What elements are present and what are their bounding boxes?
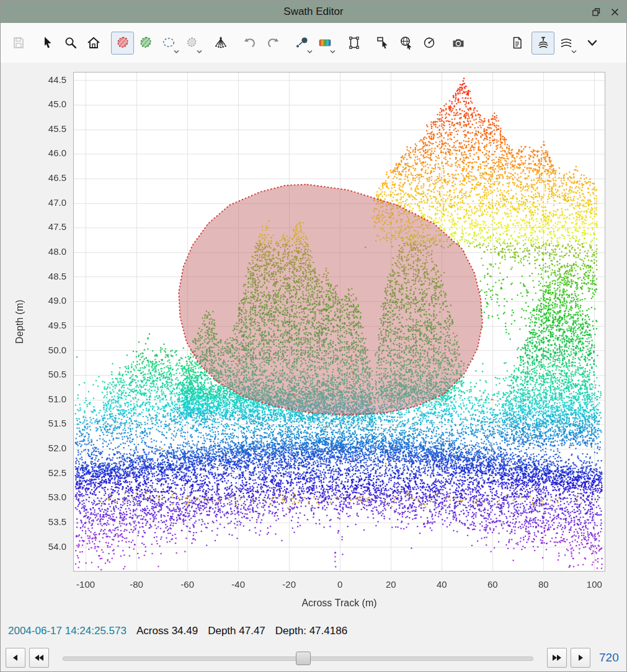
- lasso-red-icon: [115, 35, 130, 50]
- undo-icon: [242, 35, 257, 50]
- float-icon: [592, 7, 601, 17]
- fast-back-button[interactable]: [29, 648, 49, 668]
- colormap-icon: [318, 35, 332, 50]
- cursor-icon: [40, 35, 55, 50]
- zoom-tool-button[interactable]: [59, 32, 82, 55]
- profile-slider[interactable]: [63, 648, 533, 667]
- ellipse-select-icon: [161, 35, 176, 50]
- status-depth-precise: Depth: 47.4186: [275, 625, 347, 637]
- titlebar[interactable]: Swath Editor: [1, 1, 626, 23]
- slider-thumb[interactable]: [296, 652, 311, 665]
- report-button[interactable]: [505, 32, 528, 55]
- colormap-button[interactable]: [313, 32, 336, 55]
- lasso-gray-icon: [184, 35, 199, 50]
- status-depth: Depth 47.47: [208, 625, 265, 637]
- extent-button[interactable]: [342, 32, 365, 55]
- camera-icon: [451, 35, 466, 50]
- swath-profile-button[interactable]: [531, 32, 554, 55]
- chevron-down-icon: [197, 50, 202, 54]
- chevron-down-icon: [571, 50, 577, 54]
- redo-icon: [265, 35, 280, 50]
- status-bar: 2004-06-17 14:24:25.573 Across 34.49 Dep…: [8, 622, 347, 640]
- ellipse-select-button[interactable]: [157, 32, 180, 55]
- chevron-down-icon: [174, 50, 179, 54]
- chevron-down-icon: [330, 50, 336, 54]
- report-icon: [510, 35, 525, 50]
- zoom-icon: [63, 35, 78, 50]
- float-window-button[interactable]: [590, 6, 602, 17]
- chevron-down-icon: [307, 50, 313, 54]
- globe-pick-button[interactable]: [394, 32, 417, 55]
- window-controls: [590, 1, 620, 23]
- lasso-select-red-button[interactable]: [111, 32, 134, 55]
- beam-fan-button[interactable]: [209, 32, 232, 55]
- lasso-select-gray-button[interactable]: [180, 32, 203, 55]
- toolbar: [1, 23, 626, 63]
- save-button[interactable]: [7, 32, 30, 55]
- status-timestamp: 2004-06-17 14:24:25.573: [8, 625, 127, 637]
- extent-icon: [347, 35, 362, 50]
- double-arrow-right-icon: [551, 653, 563, 663]
- arrow-left-icon: [11, 653, 20, 663]
- transport-bar: 720: [1, 645, 626, 670]
- point-size-icon: [295, 35, 309, 50]
- close-window-button[interactable]: [609, 6, 620, 17]
- lasso-select-green-button[interactable]: [134, 32, 157, 55]
- camera-button[interactable]: [447, 32, 469, 55]
- pick-tool-button[interactable]: [371, 32, 394, 55]
- multi-swath-icon: [559, 35, 574, 50]
- fast-forward-button[interactable]: [547, 648, 567, 668]
- chevron-down-icon: [585, 35, 600, 50]
- close-icon: [611, 8, 619, 16]
- undo-button[interactable]: [238, 32, 261, 55]
- step-forward-button[interactable]: [571, 648, 590, 668]
- home-view-button[interactable]: [82, 32, 105, 55]
- home-icon: [86, 35, 101, 50]
- pick-icon: [376, 35, 391, 50]
- double-arrow-left-icon: [33, 653, 45, 663]
- profile-counter: 720: [599, 651, 621, 665]
- save-icon: [11, 35, 26, 50]
- arrow-right-icon: [576, 653, 585, 663]
- azimuth-dial-icon: [422, 35, 437, 50]
- expand-toolbar-button[interactable]: [580, 32, 603, 55]
- window-title: Swath Editor: [283, 6, 343, 18]
- swath-scatter-plot[interactable]: [6, 64, 623, 615]
- swath-editor-window: Swath Editor: [0, 0, 627, 672]
- swath-profile-icon: [536, 35, 551, 50]
- globe-pick-icon: [399, 35, 414, 50]
- azimuth-dial-button[interactable]: [417, 32, 440, 55]
- beam-fan-icon: [213, 35, 228, 50]
- point-size-button[interactable]: [290, 32, 313, 55]
- redo-button[interactable]: [261, 32, 284, 55]
- cursor-tool-button[interactable]: [36, 32, 59, 55]
- multi-swath-button[interactable]: [554, 32, 577, 55]
- step-back-button[interactable]: [6, 648, 25, 668]
- status-across: Across 34.49: [136, 625, 198, 637]
- lasso-green-icon: [138, 35, 153, 50]
